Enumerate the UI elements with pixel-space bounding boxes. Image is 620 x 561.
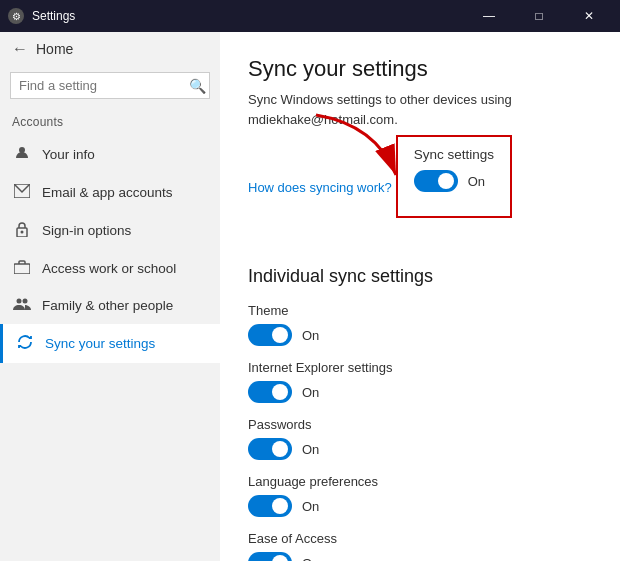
ie-label: Internet Explorer settings [248, 360, 592, 375]
search-container: 🔍 [10, 72, 210, 99]
titlebar-title: Settings [32, 9, 466, 23]
theme-label: Theme [248, 303, 592, 318]
individual-sync-title: Individual sync settings [248, 266, 592, 287]
your-info-icon [12, 145, 32, 164]
sidebar-item-sign-in-options[interactable]: Sign-in options [0, 211, 220, 250]
close-button[interactable]: ✕ [566, 0, 612, 32]
sidebar-item-label: Your info [42, 147, 95, 162]
sidebar-item-label: Access work or school [42, 261, 176, 276]
ease-of-access-on-label: On [302, 556, 319, 562]
passwords-on-label: On [302, 442, 319, 457]
sync-description: Sync Windows settings to other devices u… [248, 90, 592, 129]
sync-on-label: On [468, 174, 485, 189]
app-container: ← ← Home 🔍 Accounts Your info [0, 32, 620, 561]
page-title: Sync your settings [248, 56, 592, 82]
sidebar-item-your-info[interactable]: Your info [0, 135, 220, 174]
back-icon: ← [12, 40, 28, 58]
content-area: Sync your settings Sync Windows settings… [220, 32, 620, 561]
sidebar-item-label: Family & other people [42, 298, 173, 313]
briefcase-icon [12, 260, 32, 277]
email-icon [12, 184, 32, 201]
sidebar: ← ← Home 🔍 Accounts Your info [0, 32, 220, 561]
sync-settings-box: Sync settings On [396, 135, 512, 218]
minimize-button[interactable]: — [466, 0, 512, 32]
ie-on-label: On [302, 385, 319, 400]
app-icon: ⚙ [8, 8, 24, 24]
sidebar-item-label: Email & app accounts [42, 185, 173, 200]
ie-settings-setting: Internet Explorer settings On [248, 360, 592, 403]
sync-icon [15, 334, 35, 353]
passwords-setting: Passwords On [248, 417, 592, 460]
sidebar-item-label: Sign-in options [42, 223, 131, 238]
passwords-toggle[interactable] [248, 438, 292, 460]
app-icon-glyph: ⚙ [12, 11, 21, 22]
sync-toggle[interactable] [414, 170, 458, 192]
language-prefs-setting: Language preferences On [248, 474, 592, 517]
sidebar-item-family-other-people[interactable]: Family & other people [0, 287, 220, 324]
back-button[interactable]: ← ← Home [0, 32, 220, 66]
svg-point-3 [21, 231, 24, 234]
sidebar-item-email-app-accounts[interactable]: Email & app accounts [0, 174, 220, 211]
search-button[interactable]: 🔍 [189, 78, 206, 94]
language-prefs-toggle[interactable] [248, 495, 292, 517]
sidebar-item-label: Sync your settings [45, 336, 155, 351]
family-icon [12, 297, 32, 314]
svg-point-6 [23, 299, 28, 304]
window-controls: — □ ✕ [466, 0, 612, 32]
how-does-syncing-link[interactable]: How does syncing work? [248, 180, 392, 195]
ease-of-access-setting: Ease of Access On [248, 531, 592, 561]
ease-of-access-toggle[interactable] [248, 552, 292, 561]
passwords-label: Passwords [248, 417, 592, 432]
home-text: Home [36, 41, 73, 57]
ie-toggle[interactable] [248, 381, 292, 403]
sync-toggle-row: On [414, 170, 494, 192]
language-prefs-on-label: On [302, 499, 319, 514]
sidebar-item-access-work-school[interactable]: Access work or school [0, 250, 220, 287]
theme-toggle[interactable] [248, 324, 292, 346]
search-input[interactable] [10, 72, 210, 99]
theme-setting: Theme On [248, 303, 592, 346]
maximize-button[interactable]: □ [516, 0, 562, 32]
ease-of-access-label: Ease of Access [248, 531, 592, 546]
sign-in-icon [12, 221, 32, 240]
sync-settings-title: Sync settings [414, 147, 494, 162]
sidebar-section-title: Accounts [0, 111, 220, 135]
titlebar: ⚙ Settings — □ ✕ [0, 0, 620, 32]
svg-point-5 [17, 299, 22, 304]
svg-rect-4 [14, 264, 30, 274]
theme-on-label: On [302, 328, 319, 343]
language-prefs-label: Language preferences [248, 474, 592, 489]
sidebar-item-sync-your-settings[interactable]: Sync your settings [0, 324, 220, 363]
